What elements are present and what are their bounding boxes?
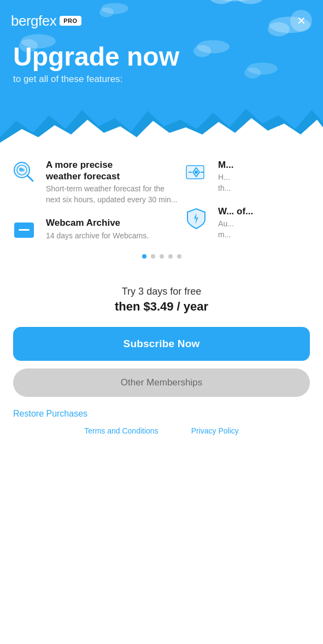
dot-5[interactable] [177,254,181,259]
dot-1[interactable] [142,254,146,259]
feature-title-webcam: Webcam Archive [46,217,149,229]
other-memberships-button[interactable]: Other Memberships [13,368,310,397]
dot-2[interactable] [151,254,155,259]
pro-badge: PRO [60,16,81,26]
feature-desc-partial-1: H...th... [218,172,233,194]
features-section: A more preciseweather forecast Short-ter… [0,148,323,270]
feature-text-webcam: Webcam Archive 14 days archive for Webca… [46,217,149,241]
feature-item-forecast: A more preciseweather forecast Short-ter… [11,159,178,206]
footer-links: Terms and Conditions Privacy Policy [13,426,310,452]
features-panel-2: M... H...th... W... of... [178,159,323,244]
features-carousel-wrapper: A more preciseweather forecast Short-ter… [0,159,323,244]
feature-desc-webcam: 14 days archive for Webcams. [46,231,149,242]
dot-3[interactable] [160,254,164,259]
feature-item-partial-2: W... of... Au...m... [183,206,323,240]
forecast-icon [11,159,37,185]
feature-desc-partial-2: Au...m... [218,219,253,240]
logo-bold: berg [11,13,38,29]
logo: bergfex PRO [11,13,81,30]
hero-section: bergfex PRO ✕ Upgrade now to get all of … [0,0,323,148]
dot-4[interactable] [168,254,173,259]
svg-line-22 [27,175,33,181]
svg-point-21 [19,167,22,170]
carousel-dots [0,243,323,264]
feature-desc-forecast: Short-term weather forecast for the next… [46,184,178,205]
webcam-icon [11,217,37,243]
feature-text-forecast: A more preciseweather forecast Short-ter… [46,159,178,206]
trial-text: Try 3 days for free [13,286,310,297]
logo-wordmark: bergfex [11,13,56,30]
close-icon: ✕ [297,15,306,26]
features-panel-1: A more preciseweather forecast Short-ter… [0,159,178,244]
privacy-link[interactable]: Privacy Policy [191,426,239,435]
restore-purchases-button[interactable]: Restore Purchases [13,409,87,419]
feature-title-partial-1: M... [218,159,233,171]
pricing-section: Try 3 days for free then $3.49 / year Su… [0,270,323,457]
hero-subtitle: to get all of these features: [13,74,310,85]
terms-link[interactable]: Terms and Conditions [84,426,158,435]
feature-title-forecast: A more preciseweather forecast [46,159,178,183]
feature-text-partial-1: M... H...th... [218,159,233,194]
partial-icon-2 [183,206,209,232]
feature-item-webcam: Webcam Archive 14 days archive for Webca… [11,217,178,243]
subscribe-button[interactable]: Subscribe Now [13,327,310,361]
close-button[interactable]: ✕ [290,10,312,32]
logo-light: fex [38,13,56,29]
price-text: then $3.49 / year [13,300,310,314]
feature-title-partial-2: W... of... [218,206,253,217]
feature-text-partial-2: W... of... Au...m... [218,206,253,240]
svg-rect-24 [19,229,30,231]
feature-item-partial-1: M... H...th... [183,159,323,194]
hero-title: Upgrade now [13,43,310,72]
svg-point-27 [195,171,198,174]
partial-icon-1 [183,159,209,185]
